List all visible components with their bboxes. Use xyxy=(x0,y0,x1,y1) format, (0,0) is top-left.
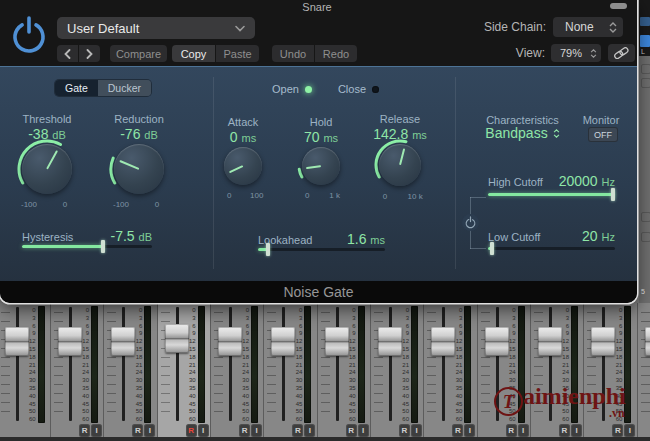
hold-max-label: 1 k xyxy=(320,191,350,200)
fader-slot xyxy=(336,307,339,421)
level-meter xyxy=(38,306,45,423)
channel-strip-3: 03691215182124303540455060RI xyxy=(103,303,157,441)
level-meter xyxy=(304,306,311,423)
open-indicator-led xyxy=(305,86,312,93)
side-chain-value: None xyxy=(565,20,594,34)
record-enable-button[interactable]: R xyxy=(506,424,517,437)
input-monitor-button[interactable]: I xyxy=(91,424,102,437)
record-enable-button[interactable]: R xyxy=(346,424,357,437)
hold-knob[interactable] xyxy=(302,147,340,185)
filter-power-button[interactable] xyxy=(462,214,479,231)
preset-next-button[interactable] xyxy=(79,45,100,62)
attack-knob[interactable] xyxy=(224,147,262,185)
copy-button[interactable]: Copy xyxy=(172,45,215,62)
section-divider xyxy=(455,77,456,269)
preset-dropdown[interactable]: User Default xyxy=(57,17,255,39)
side-square-3 xyxy=(641,212,650,222)
gate-state-indicators: Open Close xyxy=(272,83,379,95)
release-min-label: 0 xyxy=(370,192,400,201)
input-monitor-button[interactable]: I xyxy=(464,424,475,437)
high-cutoff-slider-handle[interactable] xyxy=(611,188,615,201)
release-knob[interactable] xyxy=(379,144,421,186)
strip-button-row: RI xyxy=(612,424,635,437)
hysteresis-slider-handle[interactable] xyxy=(101,240,105,253)
background-window-sliver: L 5 xyxy=(639,0,650,303)
redo-button[interactable]: Redo xyxy=(315,45,357,62)
preset-prev-button[interactable] xyxy=(57,45,78,62)
screenshot-root: 0369121518212430354045506003691215182124… xyxy=(0,0,650,441)
level-meter xyxy=(144,306,151,423)
record-enable-button[interactable]: R xyxy=(186,424,197,437)
watermark: T aimienphi .vn xyxy=(494,385,646,421)
threshold-knob[interactable] xyxy=(22,144,72,194)
view-label: View: xyxy=(485,46,545,60)
channel-strip-4: 03691215182124303540455060RI xyxy=(157,303,211,441)
chevron-down-icon xyxy=(235,25,245,32)
low-cutoff-slider-handle[interactable] xyxy=(490,242,494,255)
input-monitor-button[interactable]: I xyxy=(411,424,422,437)
plugin-name: Noise Gate xyxy=(283,284,353,300)
strip-button-row: RI xyxy=(239,424,262,437)
fader-slot xyxy=(282,307,285,421)
fader-scale: 03691215182124303540455060 xyxy=(182,307,196,423)
monitor-off-button[interactable]: OFF xyxy=(588,127,618,142)
window-resize-pill xyxy=(610,3,627,9)
mixer-bottom-edge xyxy=(0,437,650,441)
high-cutoff-value[interactable]: 20000 Hz xyxy=(488,173,615,189)
low-cutoff-slider-track[interactable] xyxy=(488,247,615,250)
record-enable-button[interactable]: R xyxy=(292,424,303,437)
input-monitor-button[interactable]: I xyxy=(358,424,369,437)
strip-button-row: RI xyxy=(399,424,422,437)
side-blue-button[interactable] xyxy=(640,35,650,47)
attack-max-label: 100 xyxy=(242,191,272,200)
record-enable-button[interactable]: R xyxy=(399,424,410,437)
release-needle xyxy=(399,148,405,165)
hysteresis-value[interactable]: -7.5 dB xyxy=(22,228,152,244)
characteristics-value: Bandpass xyxy=(485,125,547,141)
input-monitor-button[interactable]: I xyxy=(144,424,155,437)
strip-button-row: RI xyxy=(506,424,529,437)
level-meter xyxy=(91,306,98,423)
record-enable-button[interactable]: R xyxy=(239,424,250,437)
view-value: 79% xyxy=(560,47,582,59)
tab-ducker[interactable]: Ducker xyxy=(98,80,151,96)
fader-scale: 03691215182124303540455060 xyxy=(288,307,302,423)
input-monitor-button[interactable]: I xyxy=(571,424,582,437)
lookahead-slider-handle[interactable] xyxy=(266,243,270,256)
compare-button[interactable]: Compare xyxy=(110,45,167,62)
link-button[interactable] xyxy=(608,44,635,62)
chevron-updown-icon xyxy=(590,49,597,58)
undo-button[interactable]: Undo xyxy=(272,45,314,62)
record-enable-button[interactable]: R xyxy=(79,424,90,437)
watermark-tld: .vn xyxy=(609,406,625,421)
plugin-power-button[interactable] xyxy=(9,13,49,57)
view-zoom-stepper[interactable]: 79% xyxy=(551,44,601,62)
fader-cap[interactable] xyxy=(645,327,650,356)
lookahead-slider-track[interactable] xyxy=(258,248,385,251)
attack-value[interactable]: 0 ms xyxy=(198,129,288,145)
fader-scale: 03691215182124303540455060 xyxy=(75,307,89,423)
paste-button[interactable]: Paste xyxy=(216,45,259,62)
lookahead-value[interactable]: 1.6 ms xyxy=(258,231,385,247)
close-indicator-label: Close xyxy=(338,83,366,95)
record-enable-button[interactable]: R xyxy=(452,424,463,437)
record-enable-button[interactable]: R xyxy=(132,424,143,437)
fader-scale: 03691215182124303540455060 xyxy=(448,307,462,423)
side-square-4 xyxy=(641,232,650,242)
side-chain-dropdown[interactable]: None xyxy=(553,17,623,37)
input-monitor-button[interactable]: I xyxy=(198,424,209,437)
low-cutoff-value[interactable]: 20 Hz xyxy=(488,228,615,244)
side-square-2 xyxy=(641,78,650,88)
input-monitor-button[interactable]: I xyxy=(624,424,635,437)
fader-slot xyxy=(122,307,125,421)
record-enable-button[interactable]: R xyxy=(612,424,623,437)
tab-gate[interactable]: Gate xyxy=(55,80,98,96)
input-monitor-button[interactable]: I xyxy=(518,424,529,437)
characteristics-selector[interactable]: Bandpass xyxy=(455,125,590,141)
side-blue-chip xyxy=(640,17,650,26)
input-monitor-button[interactable]: I xyxy=(304,424,315,437)
record-enable-button[interactable]: R xyxy=(559,424,570,437)
input-monitor-button[interactable]: I xyxy=(251,424,262,437)
reduction-knob[interactable] xyxy=(114,144,164,194)
plugin-window-title: Snare xyxy=(237,1,397,13)
